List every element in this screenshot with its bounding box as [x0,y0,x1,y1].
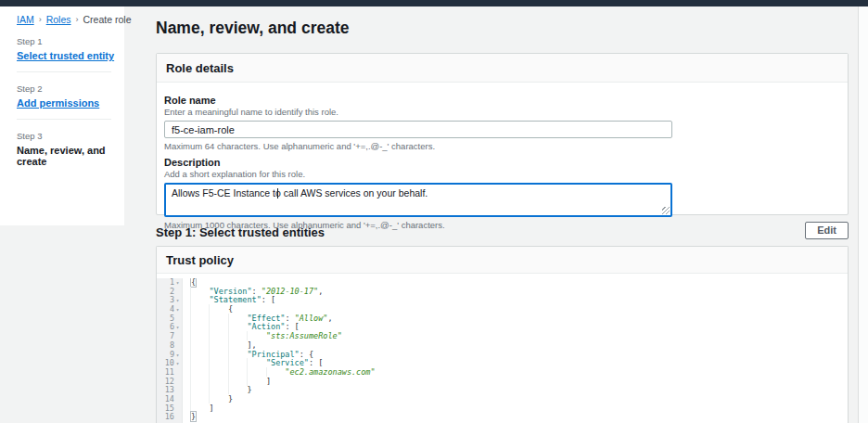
description-label: Description [164,157,838,168]
code-line: ] [190,378,848,387]
step-3-number: Step 3 [17,131,117,141]
fold-caret-icon[interactable]: ▾ [174,323,181,332]
role-name-constraint: Maximum 64 characters. Use alphanumeric … [164,141,838,151]
breadcrumb: IAM › Roles › Create role [17,14,117,25]
code-token-sp [190,350,247,359]
gutter-line: 16 [157,413,182,422]
code-token-str: "sts:AssumeRole" [266,331,342,340]
code-token-sp [190,322,247,331]
code-token-key: "Effect" [247,314,285,323]
code-token-sp [190,358,266,367]
wizard-sidebar: IAM › Roles › Create role Step 1 Select … [0,6,124,225]
step1-section-title: Step 1: Select trusted entities [156,221,849,239]
role-name-input[interactable] [164,121,672,138]
role-name-label: Role name [164,95,838,106]
editor-code[interactable]: { "Version": "2012-10-17", "Statement": … [183,278,848,423]
code-line: "Version": "2012-10-17", [190,288,848,297]
code-token-pun: : [ [285,322,299,331]
code-token-sp [190,314,247,323]
code-line: "ec2.amazonaws.com" [190,368,848,378]
code-token-pun: , [318,287,323,296]
code-token-sp [190,394,228,404]
code-token-sp [190,340,247,350]
code-token-sp [190,287,209,296]
console-top-bar [0,0,868,6]
role-details-header: Role details [157,54,848,83]
code-token-pun: : [ [309,358,323,367]
code-line: } [190,413,848,422]
code-token-pun: : { [300,350,313,359]
code-token-sp [190,304,228,314]
sidebar-divider [17,71,111,72]
code-token-pun: ], [247,340,256,350]
code-token-str: "Allow" [295,314,328,323]
code-token-sp [190,331,266,340]
chevron-right-icon: › [76,15,79,24]
code-token-sp [190,367,285,377]
code-token-pun: } [228,394,233,404]
sidebar-item-add-permissions[interactable]: Add permissions [17,97,117,109]
role-details-card: Role details Role name Enter a meaningfu… [156,53,849,215]
description-value: Allows F5-CE Instance to call AWS servic… [166,185,670,201]
step-1-number: Step 1 [17,36,117,46]
fold-caret-icon[interactable]: ▾ [174,351,181,360]
breadcrumb-link-roles[interactable]: Roles [46,14,71,25]
code-token-key: "Action" [247,322,285,331]
code-line: ] [190,404,848,414]
code-token-key: "Service" [266,358,309,367]
code-token-key: "Principal" [247,350,299,359]
code-line: "Statement": [ [190,296,848,305]
breadcrumb-link-iam[interactable]: IAM [17,14,34,25]
code-line: } [190,395,848,404]
editor-gutter[interactable]: 1▾23▾4▾56▾789▾10▾111213141516 [157,278,183,423]
code-token-pun: ] [266,377,271,386]
code-line: } [190,386,848,395]
trust-policy-header: Trust policy [157,247,848,274]
fold-caret-icon[interactable]: ▾ [174,305,181,314]
description-textarea[interactable]: Allows F5-CE Instance to call AWS servic… [164,183,672,217]
step-2-number: Step 2 [17,83,117,94]
edit-button[interactable]: Edit [805,222,849,239]
code-token-pun: } [247,385,251,394]
page-scrollbar[interactable] [858,6,868,423]
step1-section-header: Step 1: Select trusted entities Edit [156,221,849,241]
breadcrumb-current: Create role [83,14,132,25]
main-content: Name, review, and create Role details Ro… [156,6,849,423]
code-token-sp [190,385,247,394]
code-token-brk: } [190,411,197,422]
trust-policy-card: Trust policy 1▾23▾4▾56▾789▾10▾1112131415… [156,246,849,423]
code-token-str: "ec2.amazonaws.com" [285,367,375,377]
code-token-pun: : [285,314,294,323]
text-cursor [277,188,278,199]
sidebar-item-select-trusted-entity[interactable]: Select trusted entity [17,50,117,61]
fold-caret-icon[interactable]: ▾ [174,296,181,305]
code-token-key: "Statement" [209,295,261,304]
code-token-key: "Version" [209,287,251,296]
code-token-pun: , [327,314,332,323]
code-token-pun: : [252,287,262,296]
page-title: Name, review, and create [156,19,350,38]
sidebar-item-name-review-create: Name, review, and create [17,145,117,167]
code-token-pun: { [228,304,233,314]
code-token-sp [190,377,266,386]
code-token-sp [190,295,209,304]
code-token-pun: ] [209,404,213,413]
code-line: "sts:AssumeRole" [190,332,848,341]
role-name-hint: Enter a meaningful name to identify this… [164,107,838,117]
code-token-pun: : [ [262,295,275,304]
line-number: 16 [165,413,174,422]
code-token-str: "2012-10-17" [262,287,318,296]
chevron-right-icon: › [39,15,42,24]
sidebar-divider [17,119,111,120]
fold-caret-icon[interactable]: ▾ [174,359,181,368]
resize-handle-icon[interactable] [662,207,670,214]
fold-caret-icon[interactable]: ▾ [174,278,181,288]
trust-policy-editor[interactable]: 1▾23▾4▾56▾789▾10▾111213141516 { "Version… [157,278,848,423]
description-hint: Add a short explanation for this role. [164,169,838,179]
